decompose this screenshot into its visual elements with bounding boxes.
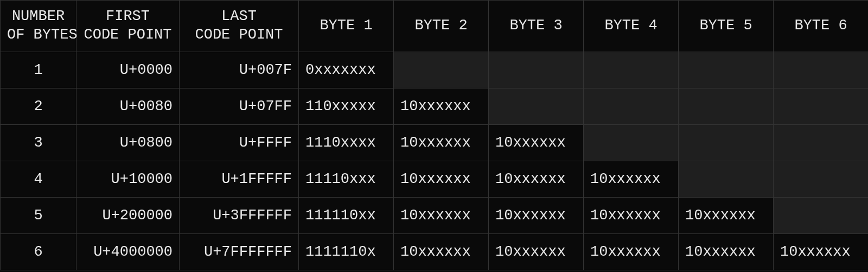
cell-byte-1: 0xxxxxxx [299, 52, 394, 88]
cell-first-code-point: U+0800 [76, 125, 180, 161]
cell-byte-2: 10xxxxxx [394, 161, 489, 198]
cell-byte-3: 10xxxxxx [489, 234, 584, 270]
cell-byte-5 [679, 52, 774, 88]
table-body: 1U+0000U+007F0xxxxxxx2U+0080U+07FF110xxx… [1, 52, 869, 270]
cell-last-code-point: U+7FFFFFFF [180, 234, 299, 270]
cell-byte-1: 110xxxxx [299, 88, 394, 125]
header-byte-5: BYTE 5 [679, 1, 774, 52]
cell-byte-4: 10xxxxxx [584, 198, 679, 234]
cell-byte-6 [774, 52, 869, 88]
utf8-encoding-table: NUMBEROF BYTES FIRSTCODE POINT LASTCODE … [0, 0, 868, 270]
header-first-code-point: FIRSTCODE POINT [76, 1, 180, 52]
cell-first-code-point: U+0080 [76, 88, 180, 125]
cell-num-bytes: 1 [1, 52, 76, 88]
cell-byte-6 [774, 88, 869, 125]
header-last-code-point: LASTCODE POINT [180, 1, 299, 52]
cell-byte-2: 10xxxxxx [394, 125, 489, 161]
table-row: 3U+0800U+FFFF1110xxxx10xxxxxx10xxxxxx [1, 125, 869, 161]
cell-byte-1: 11110xxx [299, 161, 394, 198]
cell-first-code-point: U+200000 [76, 198, 180, 234]
cell-byte-6: 10xxxxxx [774, 234, 869, 270]
cell-byte-1: 1111110x [299, 234, 394, 270]
cell-num-bytes: 4 [1, 161, 76, 198]
cell-byte-2 [394, 52, 489, 88]
cell-byte-3: 10xxxxxx [489, 161, 584, 198]
cell-num-bytes: 3 [1, 125, 76, 161]
cell-first-code-point: U+4000000 [76, 234, 180, 270]
cell-byte-3: 10xxxxxx [489, 198, 584, 234]
table-row: 1U+0000U+007F0xxxxxxx [1, 52, 869, 88]
cell-byte-1: 1110xxxx [299, 125, 394, 161]
cell-byte-3 [489, 52, 584, 88]
header-byte-2: BYTE 2 [394, 1, 489, 52]
cell-byte-3: 10xxxxxx [489, 125, 584, 161]
cell-num-bytes: 2 [1, 88, 76, 125]
cell-byte-4: 10xxxxxx [584, 161, 679, 198]
header-byte-3: BYTE 3 [489, 1, 584, 52]
header-byte-4: BYTE 4 [584, 1, 679, 52]
cell-byte-4: 10xxxxxx [584, 234, 679, 270]
cell-num-bytes: 5 [1, 198, 76, 234]
header-byte-1: BYTE 1 [299, 1, 394, 52]
table-row: 2U+0080U+07FF110xxxxx10xxxxxx [1, 88, 869, 125]
cell-first-code-point: U+10000 [76, 161, 180, 198]
table-row: 6U+4000000U+7FFFFFFF1111110x10xxxxxx10xx… [1, 234, 869, 270]
cell-last-code-point: U+3FFFFFF [180, 198, 299, 234]
cell-byte-2: 10xxxxxx [394, 88, 489, 125]
table-header-row: NUMBEROF BYTES FIRSTCODE POINT LASTCODE … [1, 1, 869, 52]
table-row: 4U+10000U+1FFFFF11110xxx10xxxxxx10xxxxxx… [1, 161, 869, 198]
cell-byte-5 [679, 125, 774, 161]
cell-byte-4 [584, 52, 679, 88]
cell-first-code-point: U+0000 [76, 52, 180, 88]
cell-byte-4 [584, 88, 679, 125]
cell-last-code-point: U+FFFF [180, 125, 299, 161]
cell-byte-3 [489, 88, 584, 125]
table-row: 5U+200000U+3FFFFFF111110xx10xxxxxx10xxxx… [1, 198, 869, 234]
cell-byte-6 [774, 161, 869, 198]
cell-byte-5: 10xxxxxx [679, 198, 774, 234]
cell-last-code-point: U+07FF [180, 88, 299, 125]
cell-last-code-point: U+1FFFFF [180, 161, 299, 198]
header-num-bytes: NUMBEROF BYTES [1, 1, 76, 52]
cell-byte-1: 111110xx [299, 198, 394, 234]
cell-byte-5 [679, 88, 774, 125]
cell-byte-6 [774, 198, 869, 234]
cell-last-code-point: U+007F [180, 52, 299, 88]
cell-byte-5: 10xxxxxx [679, 234, 774, 270]
cell-byte-2: 10xxxxxx [394, 234, 489, 270]
cell-byte-4 [584, 125, 679, 161]
cell-num-bytes: 6 [1, 234, 76, 270]
header-byte-6: BYTE 6 [774, 1, 869, 52]
cell-byte-5 [679, 161, 774, 198]
cell-byte-2: 10xxxxxx [394, 198, 489, 234]
cell-byte-6 [774, 125, 869, 161]
